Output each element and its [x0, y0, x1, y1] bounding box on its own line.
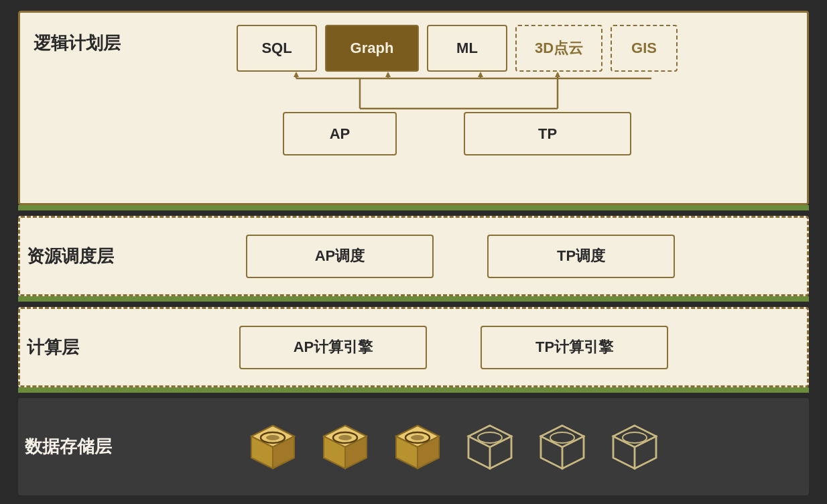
storage-content	[112, 420, 809, 474]
separator-3	[18, 387, 809, 393]
svg-point-24	[338, 435, 352, 440]
ap-compute-box: AP计算引擎	[239, 326, 427, 369]
schedule-content: AP调度 TP调度	[114, 235, 807, 278]
svg-marker-38	[562, 436, 584, 468]
architecture-diagram: 逻辑计划层 SQL Graph ML 3D点云 GIS	[18, 11, 809, 493]
tp-compute-box: TP计算引擎	[481, 326, 668, 369]
db-cube-3	[391, 420, 444, 474]
gis-box: GIS	[611, 25, 678, 72]
db-cube-4	[463, 420, 517, 474]
svg-marker-34	[468, 436, 490, 468]
schedule-layer: 资源调度层 AP调度 TP调度	[18, 216, 809, 296]
svg-marker-8	[385, 72, 391, 77]
svg-marker-43	[635, 436, 656, 468]
tp-schedule-box: TP调度	[487, 235, 675, 278]
separator-1	[18, 205, 809, 210]
compute-layer: 计算层 AP计算引擎 TP计算引擎	[18, 307, 809, 387]
tp-box: TP	[464, 112, 631, 155]
svg-point-30	[411, 435, 424, 440]
ml-box: ML	[427, 25, 507, 72]
ap-box: AP	[283, 112, 397, 155]
svg-marker-42	[613, 426, 656, 447]
svg-point-35	[478, 432, 502, 443]
svg-marker-33	[490, 436, 511, 468]
logic-layer-label: 逻辑计划层	[27, 25, 121, 55]
db-cube-2	[318, 420, 372, 474]
svg-point-18	[266, 435, 279, 440]
ap-schedule-box: AP调度	[246, 235, 434, 278]
svg-point-45	[623, 432, 647, 443]
schedule-layer-label: 资源调度层	[20, 245, 114, 268]
storage-layer: 数据存储层	[18, 398, 809, 495]
sql-box: SQL	[237, 25, 317, 72]
svg-marker-6	[294, 72, 299, 77]
compute-layer-label: 计算层	[20, 336, 101, 359]
svg-marker-37	[541, 426, 584, 447]
separator-2	[18, 296, 809, 302]
svg-marker-44	[613, 436, 635, 468]
svg-marker-39	[541, 436, 562, 468]
graph-box: Graph	[325, 25, 419, 72]
svg-marker-12	[555, 72, 560, 77]
bottom-boxes-row: AP TP	[283, 112, 631, 155]
db-cube-5	[535, 420, 589, 474]
svg-marker-32	[468, 426, 511, 447]
db-cube-1	[246, 420, 300, 474]
logic-layer: 逻辑计划层 SQL Graph ML 3D点云 GIS	[18, 11, 809, 205]
svg-point-40	[550, 432, 574, 443]
storage-layer-label: 数据存储层	[18, 435, 112, 458]
svg-marker-10	[478, 72, 483, 77]
connector-lines	[256, 72, 658, 112]
top-boxes-row: SQL Graph ML 3D点云 GIS	[237, 25, 678, 72]
db-cube-6	[608, 420, 661, 474]
3d-box: 3D点云	[515, 25, 602, 72]
compute-content: AP计算引擎 TP计算引擎	[101, 326, 807, 369]
logic-content: SQL Graph ML 3D点云 GIS	[121, 25, 793, 155]
